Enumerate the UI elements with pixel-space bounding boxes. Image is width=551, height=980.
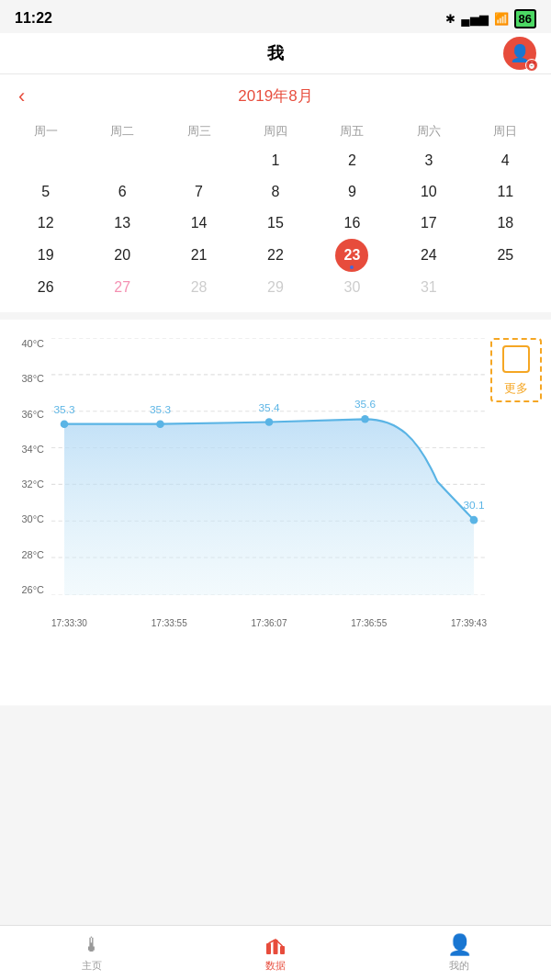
x-label-4: 17:36:55 [351,618,387,628]
y-label-38: 38°C [0,373,44,384]
person-icon: 👤 [447,933,472,957]
cal-day-empty [161,145,237,176]
y-label-40: 40°C [0,338,44,349]
calendar-grid: 周一 周二 周三 周四 周五 周六 周日 1 2 3 4 5 6 7 8 9 1… [0,118,551,303]
cal-day-4[interactable]: 4 [467,145,544,176]
page-header: 我 👤 ⏰ [0,33,551,74]
data-point-4 [361,415,369,423]
nav-data[interactable]: 数据 [184,926,367,980]
y-label-34: 34°C [0,444,44,455]
data-point-2 [156,420,164,428]
y-label-30: 30°C [0,513,44,524]
cal-day-8[interactable]: 8 [237,176,313,208]
y-label-36: 36°C [0,409,44,420]
more-icon [502,345,530,373]
cal-day-30: 30 [314,272,390,303]
cal-day-18[interactable]: 18 [467,208,544,239]
battery-icon: 86 [514,9,536,28]
x-label-3: 17:36:07 [252,618,287,628]
cal-day-17[interactable]: 17 [390,208,467,239]
cal-day-11[interactable]: 11 [467,176,544,208]
data-label-5: 30.1 [463,499,484,512]
cal-day-10[interactable]: 10 [390,176,467,208]
data-label-1: 35.3 [53,403,74,416]
cal-day-6[interactable]: 6 [84,176,160,208]
weekday-sun: 周日 [467,118,544,145]
cal-day-13[interactable]: 13 [84,208,160,239]
weekday-tue: 周二 [84,118,160,145]
cal-day-25[interactable]: 25 [467,239,544,272]
svg-rect-8 [266,943,271,954]
calendar-week-5: 26 27 28 29 30 31 [7,272,544,303]
y-label-32: 32°C [0,479,44,490]
cal-day-24[interactable]: 24 [390,239,467,272]
chart-area: 35.3 35.3 35.4 35.6 30.1 [51,338,487,595]
avatar[interactable]: 👤 ⏰ [503,37,536,70]
y-label-28: 28°C [0,549,44,560]
cal-day-15[interactable]: 15 [237,208,313,239]
cal-day-16[interactable]: 16 [314,208,390,239]
nav-home-label: 主页 [82,959,102,973]
data-label-4: 35.6 [354,398,376,411]
cal-day-empty [7,145,84,176]
cal-day-22[interactable]: 22 [237,239,313,272]
status-bar: 11:22 ✱ ▄▅▆ 📶 86 [0,0,551,33]
cal-day-29: 29 [237,272,313,303]
cal-day-28: 28 [161,272,237,303]
avatar-clock-icon: ⏰ [525,59,538,72]
bluetooth-icon: ✱ [445,12,455,26]
chart-svg: 35.3 35.3 35.4 35.6 30.1 [51,338,487,595]
page-title: 我 [267,42,284,64]
calendar-weekday-headers: 周一 周二 周三 周四 周五 周六 周日 [7,118,544,145]
calendar-week-4: 19 20 21 22 23 24 25 [7,239,544,272]
data-label-3: 35.4 [258,401,279,414]
cal-day-26[interactable]: 26 [7,272,84,303]
cal-day-5[interactable]: 5 [7,176,84,208]
cal-day-27[interactable]: 27 [84,272,160,303]
cal-day-31: 31 [390,272,467,303]
data-label-2: 35.3 [150,403,171,416]
calendar-week-3: 12 13 14 15 16 17 18 [7,208,544,239]
nav-profile-label: 我的 [449,959,469,973]
cal-day-12[interactable]: 12 [7,208,84,239]
x-label-1: 17:33:30 [51,618,87,628]
svg-rect-10 [280,946,285,954]
weekday-wed: 周三 [161,118,237,145]
weekday-mon: 周一 [7,118,84,145]
cal-day-21[interactable]: 21 [161,239,237,272]
bottom-nav: 🌡 主页 数据 👤 我的 [0,925,551,980]
chart-y-axis: 40°C 38°C 36°C 34°C 32°C 30°C 28°C 26°C [0,338,50,595]
cal-day-19[interactable]: 19 [7,239,84,272]
y-label-26: 26°C [0,584,44,595]
more-button[interactable]: 更多 [490,338,542,402]
nav-home[interactable]: 🌡 主页 [0,926,184,980]
more-label: 更多 [504,380,528,397]
nav-profile[interactable]: 👤 我的 [367,926,551,980]
cal-day-20[interactable]: 20 [84,239,160,272]
x-label-5: 17:39:43 [451,618,487,628]
status-time: 11:22 [15,10,52,27]
cal-day-14[interactable]: 14 [161,208,237,239]
chart-container: 40°C 38°C 36°C 34°C 32°C 30°C 28°C 26°C [0,329,551,641]
calendar-section: ‹ 2019年8月 周一 周二 周三 周四 周五 周六 周日 1 2 3 4 5… [0,74,551,312]
weekday-thu: 周四 [237,118,313,145]
cal-day-3[interactable]: 3 [390,145,467,176]
cal-day-7[interactable]: 7 [161,176,237,208]
calendar-nav: ‹ 2019年8月 [0,74,551,118]
data-point-3 [265,418,274,426]
nav-data-label: 数据 [265,959,286,973]
cal-day-9[interactable]: 9 [314,176,390,208]
wifi-icon: 📶 [494,12,509,26]
prev-month-button[interactable]: ‹ [18,84,25,108]
data-point-5 [470,516,478,524]
cal-day-1[interactable]: 1 [237,145,313,176]
cal-day-23[interactable]: 23 [314,239,390,272]
thermometer-icon: 🌡 [82,933,102,957]
weekday-sat: 周六 [390,118,467,145]
cal-day-empty [84,145,160,176]
cal-day-2[interactable]: 2 [314,145,390,176]
calendar-week-2: 5 6 7 8 9 10 11 [7,176,544,208]
section-divider [0,312,551,320]
data-point-1 [61,420,69,428]
cal-day-empty [467,272,544,303]
